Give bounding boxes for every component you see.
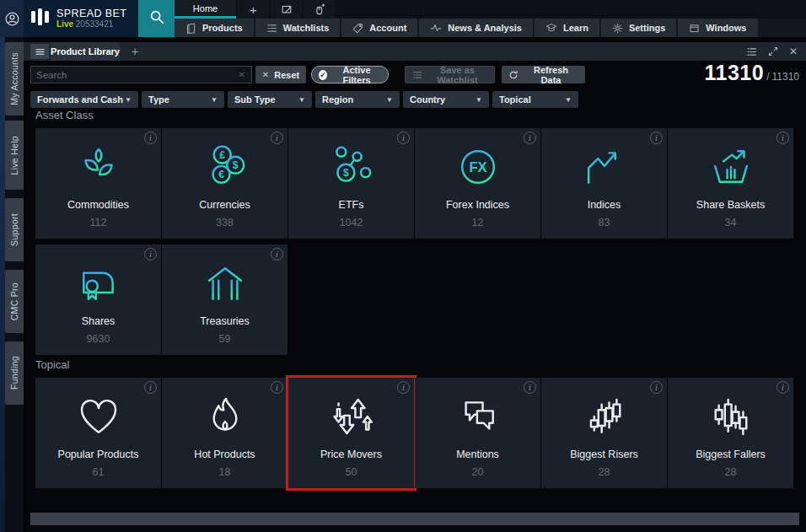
svg-text:$: $ [342, 167, 348, 179]
nav-item-windows[interactable]: Windows [678, 19, 757, 37]
nav-item-watchlists[interactable]: Watchlists [255, 19, 341, 37]
count-separator: / [766, 71, 769, 83]
info-icon[interactable]: i [144, 132, 157, 144]
product-tile-shares[interactable]: iShares9630 [35, 245, 161, 355]
product-tile-mentions[interactable]: iMentions20 [415, 378, 540, 488]
filter-dropdown-forwards-and-cash[interactable]: Forwards and Cash▼ [30, 91, 138, 108]
tile-label: Mentions [415, 449, 540, 460]
filter-dropdown-topical[interactable]: Topical▼ [492, 91, 578, 108]
info-icon[interactable]: i [271, 381, 283, 394]
section-title: Asset Class [35, 109, 793, 124]
product-tile-share-baskets[interactable]: iShare Baskets34 [668, 128, 793, 239]
info-icon[interactable]: i [271, 132, 283, 144]
product-library-panel: Product Library + ✕ ✕ ✕ Reset ✓ Active F… [24, 37, 806, 532]
sidebar-tab-my-accounts[interactable]: My Accounts [5, 42, 24, 116]
panel-close-icon[interactable]: ✕ [789, 46, 798, 57]
tile-count: 1042 [288, 217, 414, 228]
nav-item-learn[interactable]: Learn [535, 19, 599, 37]
filter-dropdown-region[interactable]: Region▼ [315, 91, 400, 108]
info-icon[interactable]: i [776, 381, 789, 394]
product-tile-currencies[interactable]: i£$€Currencies338 [162, 128, 287, 239]
info-icon[interactable]: i [144, 248, 157, 261]
tile-label: Hot Products [162, 449, 287, 460]
chevron-down-icon: ▼ [386, 96, 393, 104]
dropdown-label: Forwards and Cash [37, 94, 123, 105]
sidebar-tab-live-help[interactable]: Live Help [5, 121, 24, 190]
products-icon [185, 23, 196, 34]
panel-list-menu-icon[interactable] [746, 46, 757, 57]
edit-layout-icon[interactable] [271, 0, 302, 19]
active-filters-button[interactable]: ✓ Active Filters [311, 66, 389, 83]
panel-add-tab-button[interactable]: + [123, 42, 147, 61]
info-icon[interactable]: i [524, 381, 536, 394]
product-tile-price-movers[interactable]: iPrice Movers50 [288, 378, 414, 488]
section-asset-class: Asset Class iCommodities112i£$€Currencie… [35, 109, 793, 355]
product-tile-forex-indices[interactable]: iFXForex Indices12 [415, 128, 540, 239]
panel-hamburger-icon[interactable] [30, 44, 49, 59]
panel-tab-product-library[interactable]: Product Library [51, 42, 120, 61]
user-account-icon[interactable] [0, 0, 24, 37]
filter-dropdown-sub-type[interactable]: Sub Type▼ [228, 91, 312, 108]
chevron-down-icon: ▼ [565, 96, 572, 104]
refresh-data-button[interactable]: Refresh Data [502, 66, 585, 83]
filter-dropdown-country[interactable]: Country▼ [403, 91, 489, 108]
nav-item-account[interactable]: Account [341, 19, 417, 37]
add-workspace-tab-button[interactable]: + [238, 0, 269, 19]
tile-label: Forex Indices [415, 199, 540, 211]
chevron-down-icon: ▼ [211, 96, 218, 104]
svg-text:£: £ [219, 149, 225, 161]
filter-dropdown-type[interactable]: Type▼ [142, 91, 224, 108]
product-tile-biggest-fallers[interactable]: iBiggest Fallers28 [668, 378, 793, 488]
count-total: 11310 [772, 71, 799, 83]
product-tile-indices[interactable]: iIndices83 [541, 128, 667, 239]
panel-expand-icon[interactable] [768, 46, 778, 56]
toolbar: ✕ ✕ Reset ✓ Active Filters Save as Watch… [24, 64, 806, 86]
speech-bubbles-icon [415, 390, 540, 443]
account-number: 20533421 [76, 19, 114, 29]
nav-item-news-analysis[interactable]: News & Analysis [419, 19, 533, 37]
info-icon[interactable]: i [397, 132, 410, 144]
nav-item-products[interactable]: Products [175, 19, 254, 37]
tile-label: Popular Products [35, 449, 161, 460]
tab-home[interactable]: Home [175, 0, 236, 19]
sidebar-tab-funding[interactable]: Funding [5, 341, 24, 405]
tile-label: Currencies [162, 199, 287, 211]
product-tile-hot-products[interactable]: iHot Products18 [162, 378, 287, 488]
watchlist-list-icon [412, 70, 422, 80]
top-bar: SPREAD BET Live 20533421 Home + Products… [0, 0, 806, 37]
sidebar-tab-cmc-pro[interactable]: CMC Pro [5, 270, 24, 333]
horizontal-scrollbar[interactable] [30, 513, 799, 525]
tile-count: 50 [288, 466, 414, 478]
global-search-button[interactable] [138, 0, 175, 37]
sidebar-tab-label: CMC Pro [9, 282, 19, 320]
info-icon[interactable]: i [397, 381, 410, 394]
product-tile-commodities[interactable]: iCommodities112 [35, 128, 161, 239]
sidebar-tab-support[interactable]: Support [5, 198, 24, 261]
nav-item-settings[interactable]: Settings [601, 19, 676, 37]
tile-count: 59 [162, 333, 287, 345]
product-tile-popular-products[interactable]: iPopular Products61 [35, 378, 161, 488]
info-icon[interactable]: i [650, 381, 663, 394]
heart-icon [35, 390, 161, 443]
info-icon[interactable]: i [144, 381, 157, 394]
search-input[interactable] [31, 70, 239, 80]
count-current: 11310 [705, 61, 765, 85]
treasuries-icon [162, 256, 287, 310]
reset-x-icon: ✕ [262, 70, 269, 79]
product-tile-biggest-risers[interactable]: iBiggest Risers28 [541, 378, 667, 488]
price-movers-arrows-icon [288, 390, 414, 443]
info-icon[interactable]: i [776, 132, 789, 144]
brand-name: SPREAD BET [56, 8, 126, 19]
refresh-icon [508, 70, 519, 80]
side-rail: My AccountsLive HelpSupportCMC ProFundin… [0, 37, 24, 532]
reset-button[interactable]: ✕ Reset [255, 66, 306, 83]
info-icon[interactable]: i [650, 132, 663, 144]
clear-search-icon[interactable]: ✕ [239, 70, 251, 79]
mouse-add-icon[interactable] [304, 0, 335, 19]
info-icon[interactable]: i [524, 132, 536, 144]
product-tile-treasuries[interactable]: iTreasuries59 [162, 245, 287, 355]
info-icon[interactable]: i [271, 248, 283, 261]
product-tile-etfs[interactable]: i$ETFs1042 [288, 128, 414, 239]
save-as-watchlist-button[interactable]: Save as Watchlist [405, 66, 495, 83]
brand-logo[interactable]: SPREAD BET Live 20533421 [24, 0, 138, 37]
